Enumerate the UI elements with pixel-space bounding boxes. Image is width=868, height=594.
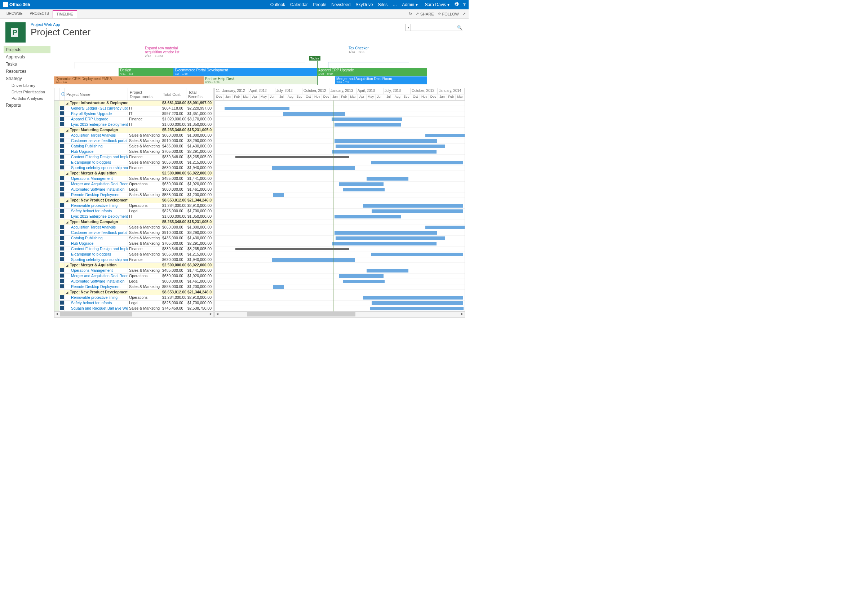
project-name-cell[interactable]: ◢ Type: Merger & Aquisition [65,171,128,176]
grid-project-row[interactable]: Automated Software InstallationLegal$800… [55,187,213,193]
grid-group-row[interactable]: ◢ Type: Merger & Aquisition$2,500,000.00… [55,263,213,268]
grid-project-row[interactable]: Safety helmet for infantsLegal$825,000.0… [55,301,213,306]
gantt-bar[interactable] [283,112,345,116]
search-icon[interactable]: 🔍 [456,25,463,30]
sidebar-item[interactable]: Approvals [4,53,50,60]
ribbon-tab-projects[interactable]: PROJECTS [26,10,52,18]
grid-project-row[interactable]: Merger and Acquisition Deal RoomOperatio… [55,274,213,279]
scroll-thumb[interactable] [60,312,132,317]
project-name-cell[interactable]: Lync 2012 Enterprise Deployment [65,122,128,127]
project-name-cell[interactable]: Merger and Acquisition Deal Room [65,182,128,187]
gantt-bar[interactable] [335,215,401,218]
grid-group-row[interactable]: ◢ Type: Merger & Aquisition$2,500,000.00… [55,171,213,176]
suite-nav-item[interactable]: … [393,2,397,7]
suite-nav-item[interactable]: Newsfeed [331,2,350,7]
scroll-thumb[interactable] [247,312,356,317]
grid-project-row[interactable]: Catalog PublishingSales & Marketing$435,… [55,144,213,149]
grid-project-row[interactable]: Merger and Acquisition Deal RoomOperatio… [55,182,213,187]
project-name-cell[interactable]: Content Filtering Design and Implementat… [65,246,128,252]
project-name-cell[interactable]: Lync 2012 Enterprise Deployment [65,214,128,219]
project-name-cell[interactable]: General Ledger (GL) currency update [65,106,128,111]
suite-nav-item[interactable]: Outlook [270,2,285,7]
project-name-cell[interactable]: Automated Software Installation [65,187,128,192]
grid-group-row[interactable]: ◢ Type: New Product Development$8,653,01… [55,198,213,203]
project-name-cell[interactable]: Acquisition Target Analysis [65,225,128,230]
sidebar-item[interactable]: Tasks [4,60,50,68]
sidebar-item[interactable]: Resources [4,68,50,75]
timeline-bar[interactable]: E-commerce Portal Development7/2 – 1/16 [173,68,317,76]
gantt-bar[interactable] [339,274,384,278]
project-name-cell[interactable]: ◢ Type: New Product Development [65,290,128,295]
gantt-bar[interactable] [273,193,284,197]
grid-group-row[interactable]: ◢ Type: Marketing Campaign$5,235,348.00$… [55,220,213,225]
gantt-bar[interactable] [372,209,463,213]
suite-nav-item[interactable]: Admin ▾ [402,2,418,7]
project-name-cell[interactable]: Operations Management [65,176,128,181]
gantt-bar[interactable] [272,258,355,262]
grid-project-row[interactable]: Sporting celebrity sponsorship and endor… [55,165,213,171]
grid-group-row[interactable]: ◢ Type: New Product Development$8,653,01… [55,290,213,295]
gantt-bar[interactable] [336,144,445,148]
sidebar-item[interactable]: Projects [4,46,50,53]
gantt-bar[interactable] [335,123,401,127]
sidebar-item[interactable]: Reports [4,102,50,109]
grid-header-benefits[interactable]: Total Benefits [186,88,212,100]
grid-project-row[interactable]: E-campaign to bloggersSales & Marketing$… [55,252,213,257]
project-name-cell[interactable]: Catalog Publishing [65,144,128,149]
ribbon-tab-browse[interactable]: BROWSE [3,10,26,18]
search-input[interactable]: ▾ 🔍 [406,24,463,31]
gantt-bar[interactable] [332,242,437,245]
grid-project-row[interactable]: Acquisition Target AnalysisSales & Marke… [55,133,213,139]
project-name-cell[interactable]: Content Filtering Design and Implementat… [65,155,128,160]
grid-project-row[interactable]: Lync 2012 Enterprise DeploymentIT$1,000,… [55,214,213,220]
gantt-bar[interactable] [335,231,437,234]
grid-project-row[interactable]: Payroll System UpgradeIT$997,220.00$1,35… [55,111,213,117]
project-name-cell[interactable]: ◢ Type: Marketing Campaign [65,220,128,224]
grid-header-rowselect[interactable] [55,88,59,100]
timeline-bar[interactable]: Dynamics CRM Deployment EMEA1/9 – 7/6 [54,77,204,84]
grid-project-row[interactable]: Operations ManagementSales & Marketing$4… [55,268,213,274]
project-name-cell[interactable]: E-campaign to bloggers [65,252,128,257]
search-scope-dropdown-icon[interactable]: ▾ [406,24,411,31]
grid-project-row[interactable]: Remote Desktop DeploymentSales & Marketi… [55,284,213,290]
grid-project-row[interactable]: Sporting celebrity sponsorship and endor… [55,257,213,263]
project-name-cell[interactable]: Sporting celebrity sponsorship and endor… [65,257,128,262]
grid-project-row[interactable]: E-campaign to bloggersSales & Marketing$… [55,160,213,165]
project-name-cell[interactable]: Safety helmet for infants [65,301,128,306]
gantt-bar[interactable] [367,177,408,181]
project-name-cell[interactable]: ◢ Type: New Product Development [65,198,128,203]
sync-icon[interactable]: ↻ [409,12,412,16]
grid-project-row[interactable]: Content Filtering Design and Implementat… [55,155,213,160]
gantt-bar[interactable] [335,139,437,143]
focus-icon[interactable]: ⤢ [462,12,466,16]
project-name-cell[interactable]: Customer service feedback portal [65,230,128,235]
sidebar-item[interactable]: Driver Prioritization [4,88,50,95]
project-name-cell[interactable]: Merger and Acquisition Deal Room [65,274,128,279]
gantt-bar[interactable] [372,301,463,305]
grid-project-row[interactable]: Hub UpgradeSales & Marketing$705,000.00$… [55,241,213,246]
gantt-bar[interactable] [425,226,465,229]
gear-icon[interactable] [454,2,459,8]
gantt-bar[interactable] [272,166,355,170]
project-name-cell[interactable]: ◢ Type: Marketing Campaign [65,128,128,133]
project-name-cell[interactable]: E-campaign to bloggers [65,160,128,165]
project-name-cell[interactable]: Removable protective lining [65,295,128,300]
gantt-bar[interactable] [336,236,445,240]
grid-project-row[interactable]: Squash and Racquet Ball Eye WearSales & … [55,306,213,311]
grid-header-cost[interactable]: Total Cost [161,88,186,100]
ribbon-tab-timeline[interactable]: TIMELINE [53,10,77,18]
suite-nav-item[interactable]: Sites [378,2,388,7]
suite-logo[interactable]: Office 365 [3,2,30,7]
gantt-bar[interactable] [367,269,408,273]
grid-header-name[interactable]: Project Name [65,88,128,100]
follow-button[interactable]: ☆ FOLLOW [438,12,459,16]
suite-nav-item[interactable]: SkyDrive [356,2,373,7]
scroll-left-icon[interactable]: ◄ [55,312,59,317]
grid-project-row[interactable]: Customer service feedback portalSales & … [55,230,213,236]
project-name-cell[interactable]: Squash and Racquet Ball Eye Wear [65,306,128,311]
grid-project-row[interactable]: Automated Software InstallationLegal$800… [55,279,213,284]
breadcrumb[interactable]: Project Web App [31,22,90,27]
scroll-right-icon[interactable]: ► [460,312,465,317]
sidebar-item[interactable]: Strategy [4,75,50,82]
grid-project-row[interactable]: Customer service feedback portalSales & … [55,139,213,144]
